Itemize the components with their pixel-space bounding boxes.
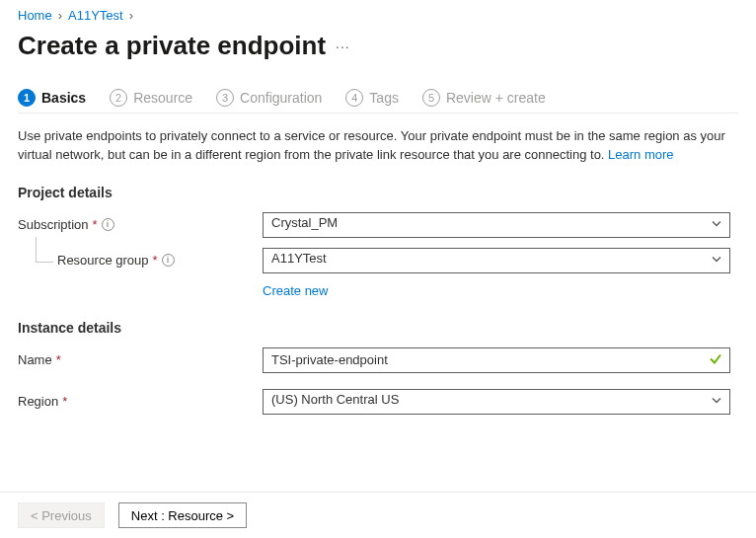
instance-details-heading: Instance details bbox=[18, 320, 738, 336]
create-new-link[interactable]: Create new bbox=[263, 283, 328, 298]
required-indicator: * bbox=[56, 352, 61, 367]
resource-group-select[interactable]: A11YTest bbox=[263, 248, 730, 273]
tab-tags[interactable]: 4 Tags bbox=[345, 89, 399, 107]
wizard-tabs: 1 Basics 2 Resource 3 Configuration 4 Ta… bbox=[18, 89, 738, 114]
region-select[interactable]: (US) North Central US bbox=[263, 389, 730, 415]
tab-label: Basics bbox=[41, 90, 86, 106]
subscription-select[interactable]: Crystal_PM bbox=[263, 212, 730, 238]
required-indicator: * bbox=[153, 253, 158, 268]
info-icon[interactable]: i bbox=[162, 254, 175, 267]
tab-step-number: 1 bbox=[18, 89, 36, 107]
learn-more-link[interactable]: Learn more bbox=[608, 147, 673, 162]
tab-label: Review + create bbox=[446, 90, 546, 106]
subscription-label: Subscription bbox=[18, 217, 89, 232]
breadcrumb-item[interactable]: A11YTest bbox=[68, 8, 123, 23]
tab-description: Use private endpoints to privately conne… bbox=[18, 127, 738, 165]
tab-label: Resource bbox=[133, 90, 192, 106]
breadcrumb-sep: › bbox=[58, 8, 62, 23]
previous-button[interactable]: < Previous bbox=[18, 502, 105, 528]
info-icon[interactable]: i bbox=[102, 218, 114, 231]
wizard-footer: < Previous Next : Resource > bbox=[0, 492, 756, 538]
breadcrumb: Home › A11YTest › bbox=[18, 8, 738, 23]
breadcrumb-home[interactable]: Home bbox=[18, 8, 52, 23]
resource-group-label: Resource group bbox=[57, 253, 149, 268]
name-input[interactable] bbox=[263, 347, 730, 373]
tab-basics[interactable]: 1 Basics bbox=[18, 89, 86, 107]
required-indicator: * bbox=[93, 217, 98, 232]
tab-step-number: 5 bbox=[422, 89, 440, 107]
required-indicator: * bbox=[62, 394, 67, 409]
tab-configuration[interactable]: 3 Configuration bbox=[216, 89, 322, 107]
breadcrumb-sep: › bbox=[129, 8, 133, 23]
tab-step-number: 3 bbox=[216, 89, 234, 107]
next-button[interactable]: Next : Resource > bbox=[118, 502, 247, 528]
tab-review-create[interactable]: 5 Review + create bbox=[422, 89, 546, 107]
page-title: Create a private endpoint bbox=[18, 31, 326, 61]
tab-resource[interactable]: 2 Resource bbox=[110, 89, 192, 107]
project-details-heading: Project details bbox=[18, 185, 738, 200]
tab-label: Configuration bbox=[240, 90, 322, 106]
tab-step-number: 4 bbox=[345, 89, 363, 107]
region-label: Region bbox=[18, 394, 58, 409]
tab-step-number: 2 bbox=[110, 89, 127, 107]
tab-label: Tags bbox=[369, 90, 399, 106]
more-actions-icon[interactable]: ··· bbox=[336, 38, 350, 54]
hierarchy-connector bbox=[36, 237, 53, 263]
name-label: Name bbox=[18, 352, 52, 367]
